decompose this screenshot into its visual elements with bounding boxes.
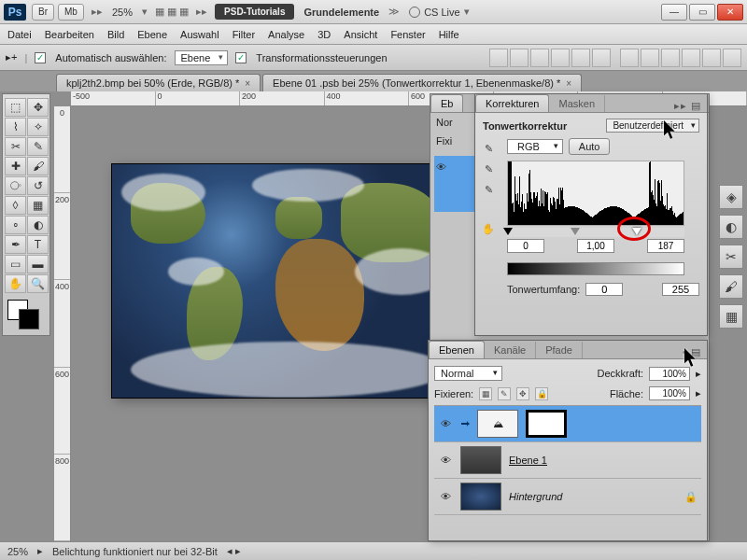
move-tool-icon[interactable]: ✥ <box>27 98 49 117</box>
output-gradient[interactable] <box>507 262 684 275</box>
menu-hilfe[interactable]: Hilfe <box>439 29 459 40</box>
menu-datei[interactable]: Datei <box>7 29 32 40</box>
visibility-icon[interactable]: 👁 <box>438 489 453 504</box>
layer-thumb[interactable] <box>460 483 501 511</box>
menu-fenster[interactable]: Fenster <box>390 29 425 40</box>
dodge-tool-icon[interactable]: ◐ <box>27 216 49 234</box>
visibility-icon[interactable]: 👁 <box>438 453 453 468</box>
canvas-image[interactable] <box>112 164 453 398</box>
stamp-tool-icon[interactable]: ⧂ <box>5 176 26 195</box>
heal-tool-icon[interactable]: ✚ <box>5 157 26 175</box>
layers-icon[interactable]: ◈ <box>719 185 743 209</box>
hand-tool-icon[interactable]: ✋ <box>5 274 26 293</box>
shape-tool-icon[interactable]: ▬ <box>27 255 49 273</box>
menu-analyse[interactable]: Analyse <box>268 29 304 40</box>
panel-menu-icon[interactable]: ▸▸ ▤ <box>669 100 707 112</box>
tab-korrekturen[interactable]: Korrekturen <box>475 94 549 112</box>
marquee-tool-icon[interactable]: ⬚ <box>5 98 26 117</box>
path-tool-icon[interactable]: ▭ <box>5 255 26 273</box>
crop-icon[interactable]: ✂ <box>719 245 743 269</box>
input-gamma[interactable] <box>577 239 614 253</box>
lock-brush-icon[interactable]: ✎ <box>498 387 511 400</box>
adjustment-thumb[interactable]: ⛰ <box>477 410 518 438</box>
app-titlebar: Ps Br Mb ▸▸ 25%▾ ▦ ▦ ▦ ▸▸ PSD-Tutorials … <box>0 0 747 24</box>
bridge-button[interactable]: Br <box>32 4 54 21</box>
layer-mask-thumb[interactable] <box>526 410 567 438</box>
input-white[interactable] <box>647 239 684 253</box>
eyedropper-black-icon[interactable]: ✎ <box>481 141 496 156</box>
wand-tool-icon[interactable]: ✧ <box>27 118 49 136</box>
layer-name[interactable]: Hintergrund <box>509 491 562 502</box>
right-panel-strip: ◈ ◐ ✂ 🖌 ▦ <box>719 185 745 329</box>
auto-button[interactable]: Auto <box>569 138 611 155</box>
input-slider[interactable] <box>507 228 684 237</box>
eraser-tool-icon[interactable]: ◊ <box>5 196 26 215</box>
menu-auswahl[interactable]: Auswahl <box>180 29 219 40</box>
eyedropper-white-icon[interactable]: ✎ <box>481 182 496 197</box>
cslive-button[interactable]: CS Live <box>409 7 460 18</box>
hand-icon[interactable]: ✋ <box>481 221 496 236</box>
workspace-selector[interactable]: PSD-Tutorials <box>215 4 294 20</box>
document-tab[interactable]: kplj2th2.bmp bei 50% (Erde, RGB/8) *× <box>56 74 261 91</box>
minimize-button[interactable]: — <box>661 4 687 21</box>
panel-menu-icon[interactable]: • ▤ <box>677 346 707 358</box>
menu-ansicht[interactable]: Ansicht <box>344 29 377 40</box>
eyedropper-gray-icon[interactable]: ✎ <box>481 161 496 176</box>
auto-select-check[interactable]: ✓ <box>35 52 46 63</box>
layer-name[interactable]: Ebene 1 <box>509 455 547 466</box>
channel-dropdown[interactable]: RGB <box>507 139 563 154</box>
blend-mode-dropdown[interactable]: Normal <box>434 366 502 381</box>
type-tool-icon[interactable]: T <box>27 235 49 254</box>
close-icon[interactable]: × <box>245 78 250 89</box>
brush-icon[interactable]: 🖌 <box>719 274 743 299</box>
swatch-icon[interactable]: ▦ <box>719 304 743 329</box>
tab-kanaele[interactable]: Kanäle <box>485 342 536 358</box>
menu-bild[interactable]: Bild <box>107 29 124 40</box>
menu-filter[interactable]: Filter <box>233 29 255 40</box>
output-white[interactable] <box>662 283 699 296</box>
maximize-button[interactable]: ▭ <box>689 4 715 21</box>
transform-check[interactable]: ✓ <box>235 52 247 63</box>
crop-tool-icon[interactable]: ✂ <box>5 137 26 156</box>
lock-pixels-icon[interactable]: ▦ <box>479 387 492 400</box>
status-message: Belichtung funktioniert nur bei 32-Bit <box>52 546 218 557</box>
layer-thumb[interactable] <box>460 446 501 474</box>
opacity-field[interactable]: 100% <box>649 367 690 381</box>
zoom-level[interactable]: 25% <box>112 7 133 18</box>
layer-row[interactable]: 👁 ⮕ ⛰ <box>434 406 701 442</box>
blur-tool-icon[interactable]: ∘ <box>5 216 26 234</box>
layer-row[interactable]: 👁 Hintergrund 🔒 <box>434 479 701 515</box>
layer-row[interactable]: 👁 Ebene 1 <box>434 442 701 479</box>
visibility-icon[interactable]: 👁 <box>438 416 453 431</box>
tab-ebenen[interactable]: Ebenen <box>429 341 485 358</box>
brush-tool-icon[interactable]: 🖌 <box>27 157 49 175</box>
auto-select-dropdown[interactable]: Ebene <box>175 50 229 65</box>
lock-move-icon[interactable]: ✥ <box>516 387 529 400</box>
input-black[interactable] <box>507 239 544 253</box>
pen-tool-icon[interactable]: ✒ <box>5 235 26 254</box>
lock-all-icon[interactable]: 🔒 <box>535 387 548 400</box>
lasso-tool-icon[interactable]: ⌇ <box>5 118 26 136</box>
status-zoom[interactable]: 25% <box>7 546 28 557</box>
menu-3d[interactable]: 3D <box>317 29 331 40</box>
eyedropper-tool-icon[interactable]: ✎ <box>27 137 49 156</box>
menu-bearbeiten[interactable]: Bearbeiten <box>45 29 94 40</box>
close-button[interactable]: ✕ <box>717 4 743 21</box>
minibridge-button[interactable]: Mb <box>58 4 84 21</box>
gradient-tool-icon[interactable]: ▦ <box>27 196 49 215</box>
preset-dropdown[interactable]: Benutzerdefiniert <box>606 119 699 133</box>
tab-masken[interactable]: Masken <box>549 95 605 112</box>
workspace-doc[interactable]: Grundelemente <box>303 7 379 18</box>
align-icon[interactable] <box>489 49 508 67</box>
adjustments-icon[interactable]: ◐ <box>719 215 743 239</box>
document-tab[interactable]: Ebene 01 .psb bei 25% (Tonwertkorrektur … <box>262 74 582 91</box>
output-black[interactable] <box>585 283 623 296</box>
tab-pfade[interactable]: Pfade <box>536 342 583 358</box>
view-icons[interactable]: ▦ ▦ ▦ <box>155 6 189 18</box>
history-brush-icon[interactable]: ↺ <box>27 176 49 195</box>
color-swatches[interactable] <box>5 298 49 331</box>
close-icon[interactable]: × <box>566 78 571 89</box>
menu-ebene[interactable]: Ebene <box>137 29 167 40</box>
fill-field[interactable]: 100% <box>649 386 690 400</box>
zoom-tool-icon[interactable]: 🔍 <box>27 274 49 293</box>
